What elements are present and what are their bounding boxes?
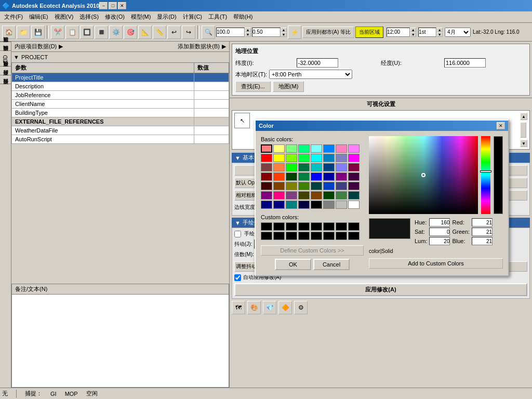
custom-swatch[interactable] <box>273 222 285 231</box>
spectrum-canvas[interactable] <box>369 136 478 214</box>
color-swatch[interactable] <box>336 191 347 200</box>
green-input[interactable]: 21 <box>472 228 493 236</box>
color-swatch[interactable] <box>298 154 310 162</box>
custom-swatch[interactable] <box>336 222 347 231</box>
toolbar-btn-6[interactable]: 🔲 <box>80 25 94 39</box>
custom-swatch[interactable] <box>298 222 310 231</box>
color-swatch[interactable] <box>336 182 347 190</box>
table-row[interactable]: ClientName <box>12 100 229 109</box>
toolbar-btn-7[interactable]: 🔳 <box>95 25 108 39</box>
color-spectrum[interactable] <box>369 136 478 214</box>
color-swatch[interactable] <box>286 191 297 200</box>
time-down[interactable]: ▼ <box>410 32 416 37</box>
color-swatch[interactable] <box>311 154 322 162</box>
cursor-tool[interactable]: ↖ <box>234 113 250 128</box>
menu-item[interactable]: 文件(F) <box>1 12 26 22</box>
color-swatch[interactable] <box>273 172 285 181</box>
color-swatch[interactable] <box>261 144 272 153</box>
menu-item[interactable]: 工具(T) <box>205 12 230 22</box>
search-button[interactable]: 查找(E)... <box>235 81 271 92</box>
tab-3d[interactable]: 3D编辑页面 <box>0 50 11 66</box>
color-swatch[interactable] <box>286 144 297 153</box>
custom-swatch[interactable] <box>286 232 297 240</box>
color-swatch[interactable] <box>273 191 285 200</box>
red-input[interactable]: 21 <box>472 218 493 227</box>
tab-report[interactable]: 报告页面 <box>0 84 11 92</box>
color-swatch[interactable] <box>298 172 310 181</box>
toolbar-btn-12[interactable]: ↩ <box>167 25 181 39</box>
menu-item[interactable]: 修改(O) <box>102 12 128 22</box>
color-swatch[interactable] <box>311 201 322 209</box>
color-swatch[interactable] <box>323 154 335 162</box>
color-dialog[interactable]: Color ✕ Basic colors: Custom colors: Def… <box>255 119 509 276</box>
scale-up[interactable]: ▲ <box>245 28 251 32</box>
auto-apply-check[interactable] <box>234 274 241 281</box>
viz-tool-5[interactable]: ⚙ <box>294 301 308 314</box>
table-row[interactable]: BuildingType <box>12 109 229 117</box>
custom-swatch[interactable] <box>261 222 272 231</box>
sat-input[interactable]: 0 <box>429 228 450 236</box>
menu-item[interactable]: 计算(C) <box>180 12 205 22</box>
toolbar-btn-3[interactable]: 💾 <box>31 25 45 39</box>
viz-scroll-up[interactable]: ▲ <box>520 113 527 120</box>
color-swatch[interactable] <box>311 182 322 190</box>
color-swatch[interactable] <box>261 172 272 181</box>
color-swatch[interactable] <box>348 154 360 162</box>
toolbar-btn-9[interactable]: 🎯 <box>124 25 137 39</box>
color-swatch[interactable] <box>273 163 285 171</box>
color-swatch[interactable] <box>336 172 347 181</box>
color-swatch[interactable] <box>298 182 310 190</box>
toolbar-btn-15[interactable]: ⚡ <box>288 25 301 39</box>
custom-swatch[interactable] <box>323 222 335 231</box>
hue-bar[interactable] <box>481 136 490 214</box>
notes-content[interactable] <box>12 295 229 387</box>
lat-input[interactable] <box>297 58 338 68</box>
add-block-btn[interactable]: 添加新数据块(B) <box>178 43 220 50</box>
dialog-close-button[interactable]: ✕ <box>497 122 505 129</box>
custom-swatch[interactable] <box>348 232 360 240</box>
color-swatch[interactable] <box>311 172 322 181</box>
color-swatch[interactable] <box>261 182 272 190</box>
color-swatch[interactable] <box>286 201 297 209</box>
viz-tool-3[interactable]: 💎 <box>263 301 276 314</box>
color-swatch[interactable] <box>323 182 335 190</box>
color-swatch[interactable] <box>273 154 285 162</box>
color-swatch[interactable] <box>273 182 285 190</box>
scale2-up[interactable]: ▲ <box>281 28 287 32</box>
viz-tool-2[interactable]: 🎨 <box>247 301 261 314</box>
color-swatch[interactable] <box>261 201 272 209</box>
viz-tool-1[interactable]: 🗺 <box>232 301 245 314</box>
current-zone-button[interactable]: 当前区域 <box>355 26 383 38</box>
tab-viz[interactable]: 可视化页面 <box>0 66 11 75</box>
blue-input[interactable]: 21 <box>472 237 493 245</box>
toolbar-btn-13[interactable]: ↪ <box>182 25 195 39</box>
apply-city-button[interactable]: 应用到都市(A) 等比 <box>302 26 354 38</box>
color-swatch[interactable] <box>261 191 272 200</box>
color-swatch[interactable] <box>336 163 347 171</box>
step-up[interactable]: ▲ <box>436 28 443 32</box>
color-swatch[interactable] <box>273 144 285 153</box>
color-swatch[interactable] <box>298 191 310 200</box>
custom-swatch[interactable] <box>273 232 285 240</box>
menu-item[interactable]: 选择(S) <box>76 12 102 22</box>
color-swatch[interactable] <box>348 201 360 209</box>
table-row[interactable]: WeatherDataFile <box>12 126 229 135</box>
toolbar-btn-8[interactable]: ⚙️ <box>109 25 123 39</box>
scale-input[interactable]: 100.0 <box>216 28 245 37</box>
table-row[interactable]: EXTERNAL_FILE_REFERENCES <box>12 117 229 126</box>
color-swatch[interactable] <box>323 144 335 153</box>
apply-mod-btn[interactable]: 应用修改(A) <box>234 283 527 296</box>
color-swatch[interactable] <box>298 163 310 171</box>
custom-swatch[interactable] <box>298 232 310 240</box>
color-swatch[interactable] <box>348 172 360 181</box>
step-down[interactable]: ▼ <box>436 32 443 37</box>
custom-swatch[interactable] <box>311 232 322 240</box>
table-row[interactable]: Description <box>12 82 229 91</box>
menu-item[interactable]: 模型(M) <box>128 12 154 22</box>
minimize-button[interactable]: − <box>99 2 108 9</box>
menu-item[interactable]: 视图(V) <box>51 12 77 22</box>
scale2-input[interactable]: 0.50 <box>252 28 281 37</box>
close-button[interactable]: ✕ <box>118 2 126 9</box>
step-input[interactable]: 1st <box>418 28 436 37</box>
color-swatch[interactable] <box>298 201 310 209</box>
